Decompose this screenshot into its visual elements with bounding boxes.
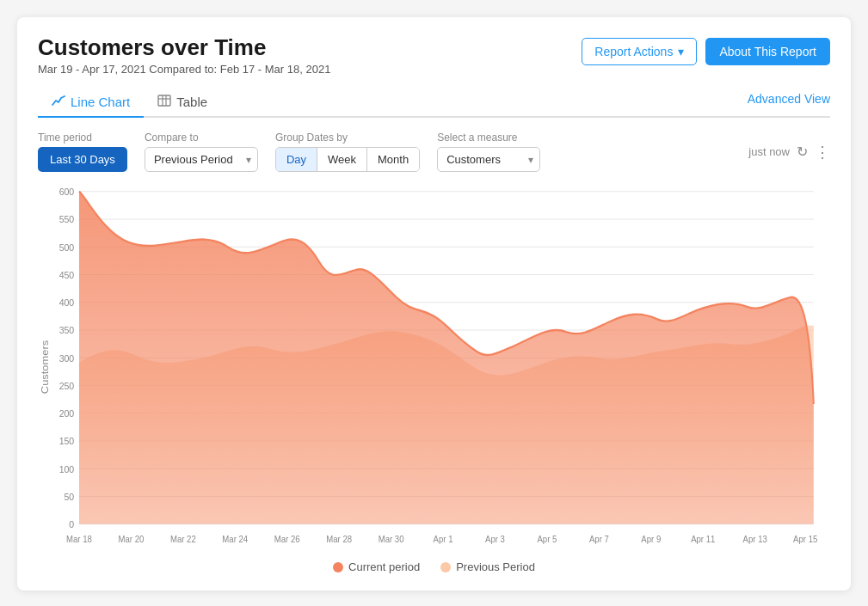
tab-line-chart-label: Line Chart	[71, 95, 130, 109]
tab-table[interactable]: Table	[144, 88, 221, 118]
svg-text:0: 0	[69, 518, 74, 529]
chart-area: 0 50 100 150 200 250 300 350 400 450 500…	[38, 182, 830, 552]
svg-text:Apr 13: Apr 13	[743, 535, 768, 545]
svg-text:Mar 18: Mar 18	[66, 535, 92, 545]
refresh-button[interactable]: ↻	[797, 144, 808, 160]
svg-text:400: 400	[59, 297, 75, 308]
legend-current-label: Current period	[348, 560, 420, 573]
header-row: Customers over Time Mar 19 - Apr 17, 202…	[38, 34, 830, 76]
svg-text:550: 550	[59, 214, 75, 225]
svg-text:Apr 1: Apr 1	[434, 535, 453, 545]
group-day-button[interactable]: Day	[276, 148, 317, 171]
svg-text:450: 450	[59, 269, 75, 280]
title-area: Customers over Time Mar 19 - Apr 17, 202…	[38, 34, 330, 76]
controls-row: Time period Last 30 Days Compare to Prev…	[38, 132, 830, 172]
chevron-down-icon: ▾	[678, 45, 684, 58]
more-options-button[interactable]: ⋮	[815, 144, 830, 160]
refresh-icon: ↻	[797, 144, 808, 159]
svg-text:50: 50	[64, 491, 74, 502]
compare-to-wrapper: Previous Period Previous Year None	[145, 147, 258, 172]
svg-text:Customers: Customers	[39, 340, 50, 394]
page-title: Customers over Time	[38, 34, 330, 61]
chart-legend: Current period Previous Period	[38, 560, 830, 573]
chart-line-icon	[52, 95, 65, 109]
svg-text:250: 250	[59, 380, 75, 391]
compare-to-select[interactable]: Previous Period Previous Year None	[145, 147, 258, 172]
svg-text:150: 150	[59, 436, 75, 447]
about-report-button[interactable]: About This Report	[705, 38, 830, 65]
svg-text:500: 500	[59, 242, 75, 253]
legend-previous-label: Previous Period	[456, 560, 535, 573]
svg-text:Apr 11: Apr 11	[691, 535, 716, 545]
group-dates-toggle: Day Week Month	[275, 147, 420, 172]
group-week-button[interactable]: Week	[317, 148, 367, 171]
measure-select[interactable]: Customers Orders Revenue	[437, 147, 540, 172]
svg-text:Mar 24: Mar 24	[222, 535, 248, 545]
compare-to-group: Compare to Previous Period Previous Year…	[145, 132, 258, 172]
svg-text:600: 600	[59, 186, 75, 197]
svg-text:Apr 5: Apr 5	[537, 535, 557, 545]
svg-text:Apr 7: Apr 7	[589, 535, 609, 545]
time-period-group: Time period Last 30 Days	[38, 132, 127, 172]
group-month-button[interactable]: Month	[367, 148, 419, 171]
svg-text:Apr 9: Apr 9	[641, 535, 661, 545]
svg-text:Apr 3: Apr 3	[485, 535, 505, 545]
refresh-time: just now	[748, 145, 790, 158]
tab-line-chart[interactable]: Line Chart	[38, 88, 144, 118]
tabs-list: Line Chart Table	[38, 88, 221, 116]
svg-text:100: 100	[59, 463, 75, 474]
svg-text:Mar 22: Mar 22	[170, 535, 196, 545]
header-actions: Report Actions ▾ About This Report	[582, 38, 830, 65]
measure-label: Select a measure	[437, 132, 540, 144]
measure-wrapper: Customers Orders Revenue	[437, 147, 540, 172]
tab-table-label: Table	[176, 95, 207, 109]
svg-text:300: 300	[59, 352, 75, 364]
controls-right: just now ↻ ⋮	[748, 144, 830, 160]
svg-text:Mar 20: Mar 20	[118, 535, 144, 545]
svg-text:Apr 15: Apr 15	[793, 535, 818, 545]
svg-text:Day of Transaction: Day of Transaction	[405, 551, 488, 552]
compare-to-label: Compare to	[145, 132, 258, 144]
time-period-button[interactable]: Last 30 Days	[38, 147, 127, 172]
group-dates-group: Group Dates by Day Week Month	[275, 132, 420, 172]
date-subtitle: Mar 19 - Apr 17, 2021 Compared to: Feb 1…	[38, 63, 330, 76]
table-icon	[157, 95, 171, 109]
group-dates-label: Group Dates by	[275, 132, 420, 144]
more-icon: ⋮	[815, 144, 830, 161]
svg-text:Mar 26: Mar 26	[274, 535, 300, 545]
svg-text:Mar 28: Mar 28	[326, 535, 352, 545]
legend-current-dot	[333, 562, 343, 572]
svg-text:200: 200	[59, 407, 75, 419]
legend-previous-dot	[440, 562, 451, 572]
legend-current: Current period	[333, 560, 420, 573]
time-period-label: Time period	[38, 132, 127, 144]
report-actions-button[interactable]: Report Actions ▾	[582, 38, 697, 65]
chart-svg: 0 50 100 150 200 250 300 350 400 450 500…	[38, 182, 830, 552]
report-card: Customers over Time Mar 19 - Apr 17, 202…	[17, 17, 851, 591]
advanced-view-link[interactable]: Advanced View	[748, 92, 830, 113]
tabs-row: Line Chart Table Advanced View	[38, 88, 830, 118]
legend-previous: Previous Period	[440, 560, 535, 573]
measure-group: Select a measure Customers Orders Revenu…	[437, 132, 540, 172]
svg-text:350: 350	[59, 325, 75, 336]
svg-rect-0	[158, 95, 170, 106]
svg-text:Mar 30: Mar 30	[379, 535, 404, 545]
